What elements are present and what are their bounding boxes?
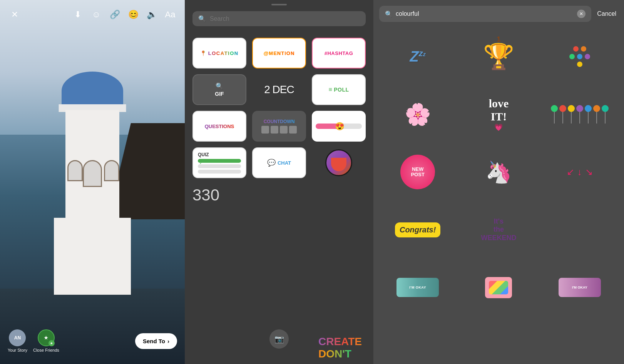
text-button[interactable]: Aa <box>163 8 177 22</box>
dot-yellow <box>577 62 582 67</box>
questions-sticker[interactable]: QUESTIONS <box>192 111 246 142</box>
slider-emoji: 😍 <box>335 122 345 131</box>
search-results-grid: Zzz 🏆 1 🌸 <box>373 26 624 318</box>
lollipop-2 <box>559 105 566 124</box>
voice-sticker[interactable] <box>312 147 366 178</box>
emoji-button[interactable]: ☺ <box>89 8 103 22</box>
quiz-label: QUIZ <box>198 152 209 157</box>
poll-label: ≡POLL <box>328 86 349 93</box>
story-bottom-bar: AN Your Story ★ ★ Close Friends Send To … <box>0 329 185 352</box>
quiz-bar-3 <box>198 170 241 174</box>
arrows-graphic: ↙ ↓ ↘ <box>567 167 593 177</box>
send-arrow-icon: › <box>167 338 169 344</box>
sticker-search-input[interactable] <box>210 15 360 22</box>
quiz-bar-2 <box>198 164 241 168</box>
rainbow-sticker-result[interactable]: 🦄 <box>460 145 537 199</box>
date-sticker[interactable]: 2 DEC <box>252 74 306 105</box>
empty-sticker-result <box>541 203 618 257</box>
lollipops-sticker-result[interactable] <box>541 87 618 141</box>
palette-sticker-result[interactable] <box>460 260 537 314</box>
lollipop-6 <box>593 105 600 124</box>
congrats-sticker-result[interactable]: Congrats! <box>379 203 456 257</box>
new-post-graphic: NEW POST <box>400 155 435 189</box>
poll-sticker[interactable]: ≡POLL <box>312 74 366 105</box>
drag-handle <box>271 4 287 5</box>
create-dont-sticker[interactable]: CREATEDON'T <box>318 336 362 360</box>
camera-icon: 📷 <box>269 329 289 349</box>
arrows-sticker-result[interactable]: ↙ ↓ ↘ <box>541 145 618 199</box>
new-post-line1: NEW <box>412 167 423 172</box>
search-icon: 🔍 <box>385 10 393 18</box>
send-to-button[interactable]: Send To › <box>135 333 177 349</box>
palette-graphic <box>485 277 512 298</box>
lollipop-5 <box>585 105 592 124</box>
roll1-sticker-result[interactable]: I'M OKAY <box>379 260 456 314</box>
toolbar-actions: ⬇ ☺ 🔗 😊 🔈 Aa <box>71 8 177 22</box>
countdown-box-4 <box>289 126 297 134</box>
hashtag-sticker[interactable]: #HASHTAG <box>312 38 366 68</box>
chat-sticker[interactable]: 💬 CHAT <box>252 147 306 178</box>
cancel-button[interactable]: Cancel <box>595 10 618 17</box>
dots-sticker-result[interactable] <box>541 30 618 83</box>
voice-mouth-graphic <box>325 149 352 176</box>
location-pin-icon: 📍 <box>200 50 207 56</box>
flower-graphic: 🌸 <box>405 102 431 127</box>
close-friends-item[interactable]: ★ ★ Close Friends <box>33 329 59 352</box>
your-story-item[interactable]: AN Your Story <box>8 329 27 352</box>
mention-sticker[interactable]: @MENTION <box>252 38 306 68</box>
dot-red <box>573 46 579 52</box>
church-tower <box>65 110 119 225</box>
countdown-sticker[interactable]: COUNTDOWN <box>252 111 306 142</box>
rainbow-graphic: 🦄 <box>485 160 512 185</box>
slider-sticker[interactable]: 😍 <box>312 111 366 142</box>
dot-orange <box>581 46 586 52</box>
countdown-box-1 <box>261 126 269 134</box>
close-friends-star: ★ <box>49 340 55 346</box>
weekend-sticker-result[interactable]: It's the WEEKEND <box>460 203 537 257</box>
gif-sticker[interactable]: 🔍 GIF <box>192 74 246 105</box>
trophy-number: 1 <box>497 35 500 43</box>
face-button[interactable]: 😊 <box>126 8 140 22</box>
download-button[interactable]: ⬇ <box>71 8 85 22</box>
clear-search-button[interactable]: ✕ <box>577 10 586 18</box>
love-text: love <box>489 97 509 110</box>
lollipop-7 <box>602 105 609 124</box>
church-building <box>31 72 154 295</box>
close-button[interactable]: ✕ <box>8 8 22 22</box>
church-arch-right <box>104 160 119 181</box>
church-arch-left <box>67 160 83 181</box>
search-box[interactable]: 🔍 colourful ✕ <box>379 6 591 22</box>
trophy-sticker-result[interactable]: 🏆 1 <box>460 30 537 83</box>
the-text: the <box>481 225 516 234</box>
chat-label: CHAT <box>278 160 291 166</box>
roll2-sticker-result[interactable]: I'M OKAY <box>541 260 618 314</box>
new-post-sticker-result[interactable]: NEW POST <box>379 145 456 199</box>
sticker-picker-panel: 🔍 📍 LOCATION @MENTION #HASHTAG 🔍 GIF 2 D… <box>185 0 373 364</box>
lollipop-3 <box>568 105 575 124</box>
countdown-box-2 <box>271 126 278 134</box>
search-value-text: colourful <box>396 10 574 17</box>
roll2-graphic: I'M OKAY <box>559 278 601 297</box>
arrow-1: ↙ <box>567 167 574 177</box>
mention-label: @MENTION <box>264 50 295 56</box>
arrow-2: ↓ <box>577 167 582 177</box>
your-story-label: Your Story <box>8 348 27 352</box>
slider-bar: 😍 <box>316 124 362 129</box>
new-post-line2: POST <box>411 172 424 177</box>
dot-blue <box>577 54 582 59</box>
dot-green <box>569 54 575 59</box>
location-sticker[interactable]: 📍 LOCATION <box>192 38 246 68</box>
countdown-box-3 <box>280 126 288 134</box>
audio-button[interactable]: 🔈 <box>145 8 159 22</box>
lollipops-graphic <box>551 105 609 124</box>
sticker-search-bar[interactable]: 🔍 <box>192 11 366 26</box>
quiz-sticker[interactable]: QUIZ ✓ <box>192 147 246 178</box>
date-label: 2 DEC <box>264 83 294 96</box>
zzz-sticker-result[interactable]: Zzz <box>379 30 456 83</box>
dots-graphic <box>569 46 590 67</box>
quiz-bar-1: ✓ <box>198 159 241 163</box>
flower-sticker-result[interactable]: 🌸 <box>379 87 456 141</box>
search-icon: 🔍 <box>198 15 206 22</box>
link-button[interactable]: 🔗 <box>108 8 122 22</box>
love-it-sticker-result[interactable]: love IT! 💗 <box>460 87 537 141</box>
